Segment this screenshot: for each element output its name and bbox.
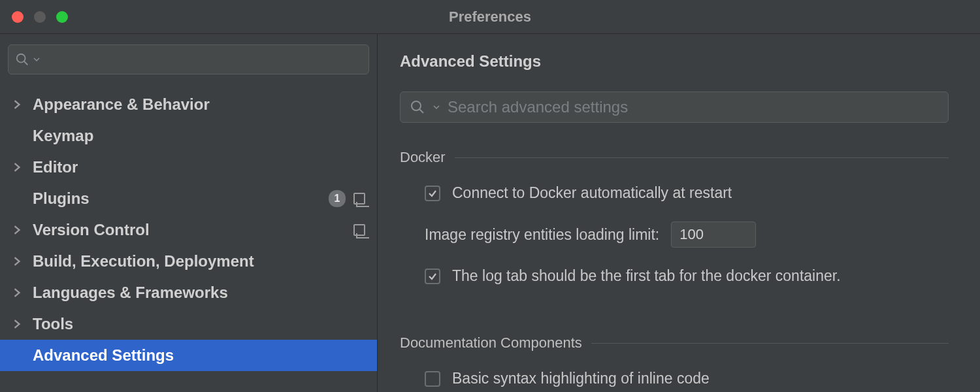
sidebar-item-plugins[interactable]: Plugins 1	[0, 183, 377, 214]
chevron-down-icon	[433, 104, 440, 110]
update-badge: 1	[329, 190, 346, 207]
divider	[591, 343, 949, 344]
sidebar-item-languages[interactable]: Languages & Frameworks	[0, 277, 377, 308]
sidebar-item-appearance[interactable]: Appearance & Behavior	[0, 89, 377, 120]
chevron-right-icon	[13, 288, 33, 297]
sidebar-item-editor[interactable]: Editor	[0, 152, 377, 183]
sidebar-item-label: Tools	[33, 315, 368, 333]
sidebar-item-label: Languages & Frameworks	[33, 284, 368, 302]
checkbox-docker-connect[interactable]	[425, 186, 440, 201]
sidebar-item-label: Keymap	[33, 127, 368, 145]
chevron-right-icon	[13, 257, 33, 266]
setting-row-syntax-highlighting[interactable]: Basic syntax highlighting of inline code	[400, 370, 949, 387]
titlebar: Preferences	[0, 0, 980, 34]
chevron-down-icon	[33, 56, 40, 63]
window-close-button[interactable]	[12, 11, 24, 23]
svg-point-2	[412, 101, 421, 110]
section-title: Docker	[400, 149, 446, 166]
project-scope-icon	[353, 193, 365, 204]
advanced-settings-search-input[interactable]	[448, 98, 939, 116]
sidebar-item-label: Appearance & Behavior	[33, 95, 368, 114]
setting-label: Connect to Docker automatically at resta…	[452, 184, 732, 202]
checkbox-docker-logtab[interactable]	[425, 269, 440, 284]
sidebar-item-label: Advanced Settings	[33, 346, 368, 365]
window-controls	[0, 11, 68, 23]
sidebar-search-input[interactable]	[44, 52, 362, 67]
sidebar-item-tools[interactable]: Tools	[0, 308, 377, 340]
setting-label: Basic syntax highlighting of inline code	[452, 370, 710, 387]
project-scope-icon	[353, 224, 365, 236]
svg-line-3	[419, 109, 423, 113]
page-title: Advanced Settings	[400, 52, 949, 71]
section-title: Documentation Components	[400, 335, 582, 351]
checkbox-syntax-highlighting[interactable]	[425, 371, 440, 387]
sidebar-item-label: Editor	[33, 158, 368, 176]
chevron-right-icon	[13, 225, 33, 235]
search-icon	[15, 52, 29, 67]
chevron-right-icon	[13, 100, 33, 109]
setting-label: The log tab should be the first tab for …	[452, 267, 841, 285]
svg-line-1	[24, 61, 28, 65]
main-panel: Advanced Settings Docker Connect to Dock…	[378, 34, 980, 392]
sidebar: Appearance & Behavior Keymap Editor Plug…	[0, 34, 378, 392]
setting-row-docker-logtab[interactable]: The log tab should be the first tab for …	[400, 267, 949, 285]
chevron-right-icon	[13, 163, 33, 172]
sidebar-item-keymap[interactable]: Keymap	[0, 120, 377, 152]
window-minimize-button[interactable]	[34, 11, 46, 23]
divider	[455, 157, 949, 158]
window-maximize-button[interactable]	[56, 11, 68, 23]
sidebar-item-advanced-settings[interactable]: Advanced Settings	[0, 340, 377, 371]
sidebar-item-label: Version Control	[33, 221, 353, 239]
section-header-documentation-components: Documentation Components	[400, 335, 949, 351]
sidebar-item-version-control[interactable]: Version Control	[0, 214, 377, 246]
section-header-docker: Docker	[400, 149, 949, 166]
setting-label: Image registry entities loading limit:	[425, 226, 659, 244]
sidebar-item-build[interactable]: Build, Execution, Deployment	[0, 246, 377, 277]
window-title: Preferences	[0, 8, 980, 25]
setting-row-docker-limit: Image registry entities loading limit:	[400, 221, 949, 248]
setting-row-docker-connect[interactable]: Connect to Docker automatically at resta…	[400, 184, 949, 202]
sidebar-item-label: Plugins	[33, 189, 329, 208]
svg-point-0	[17, 54, 25, 63]
sidebar-item-label: Build, Execution, Deployment	[33, 252, 368, 270]
image-registry-limit-input[interactable]	[671, 221, 756, 248]
settings-tree: Appearance & Behavior Keymap Editor Plug…	[0, 89, 377, 371]
advanced-settings-search[interactable]	[400, 91, 949, 123]
chevron-right-icon	[13, 319, 33, 329]
search-icon	[410, 99, 425, 115]
sidebar-search[interactable]	[8, 44, 369, 74]
